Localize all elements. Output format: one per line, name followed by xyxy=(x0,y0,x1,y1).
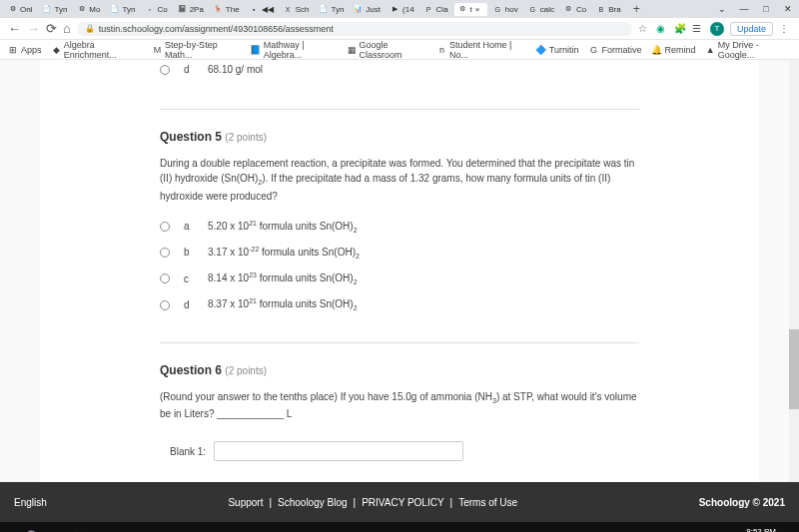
browser-tab[interactable]: ⚙Mo xyxy=(73,3,104,16)
tab-icon: ▫ xyxy=(145,5,154,14)
bookmark-label: Remind xyxy=(665,45,696,55)
browser-tab[interactable]: ▪◀◀ xyxy=(246,3,278,16)
readinglist-icon[interactable]: ☰ xyxy=(692,23,704,35)
bookmark-apps[interactable]: ⊞Apps xyxy=(8,45,42,55)
bookmark-item[interactable]: 📘Mathway | Algebra... xyxy=(251,40,338,60)
option-row[interactable]: b 3.17 x 10-22 formula units Sn(OH)2 xyxy=(160,246,639,260)
taskbar-clock[interactable]: 8:53 PM 5/5/2021 xyxy=(745,528,776,532)
footer-blog[interactable]: Schoology Blog xyxy=(278,497,348,508)
footer-terms[interactable]: Terms of Use xyxy=(458,497,517,508)
browser-tab[interactable]: ⚙Co xyxy=(560,3,590,16)
bookmark-item[interactable]: GFormative xyxy=(589,45,642,55)
url-bar[interactable]: 🔒 tustin.schoology.com/assignment/493010… xyxy=(77,22,632,36)
tab-label: Mo xyxy=(89,5,100,14)
bookmark-item[interactable]: ▲My Drive - Google... xyxy=(706,40,791,60)
apps-icon: ⊞ xyxy=(8,45,18,55)
radio-button[interactable] xyxy=(160,300,170,310)
tab-icon: ▪ xyxy=(250,5,259,14)
bookmark-icon: 🔷 xyxy=(536,45,546,55)
tab-label: ◀◀ xyxy=(262,5,274,14)
new-tab-button[interactable]: + xyxy=(627,2,646,16)
radio-button[interactable] xyxy=(160,222,170,232)
footer-copyright: Schoology © 2021 xyxy=(699,497,785,508)
content-area: d 68.10 g/ mol Question 5 (2 points) Dur… xyxy=(0,60,799,482)
browser-tab[interactable]: 🦌The xyxy=(210,3,244,16)
bookmark-item[interactable]: nStudent Home | No... xyxy=(437,40,526,60)
avatar[interactable]: T xyxy=(710,22,724,36)
bookmark-icon: G xyxy=(589,45,599,55)
option-row[interactable]: c 8.14 x 1023 formula units Sn(OH)2 xyxy=(160,271,639,285)
blank-input[interactable] xyxy=(214,441,463,461)
bookmark-item[interactable]: ◆Algebra Enrichment... xyxy=(52,40,143,60)
browser-tabs: ⚙Onl 📄Tyn ⚙Mo 📄Tyn ▫Co 📓2Pa 🦌The ▪◀◀ XSc… xyxy=(0,0,799,18)
browser-tab[interactable]: 📊Just xyxy=(350,3,385,16)
tab-icon: 🦌 xyxy=(214,5,223,14)
url-text: tustin.schoology.com/assignment/49301086… xyxy=(99,24,334,34)
tab-label: Bra xyxy=(608,5,620,14)
bookmarks-bar: ⊞Apps ◆Algebra Enrichment... MStep-by-St… xyxy=(0,40,799,60)
radio-button[interactable] xyxy=(160,273,170,283)
browser-tab[interactable]: ▶(14 xyxy=(387,3,418,16)
minimize-icon[interactable]: — xyxy=(733,0,755,18)
option-letter: c xyxy=(184,273,194,284)
browser-tab[interactable]: 📄Tyn xyxy=(315,3,348,16)
close-icon[interactable]: × xyxy=(475,5,483,13)
tab-icon: 📄 xyxy=(319,5,328,14)
bookmark-item[interactable]: MStep-by-Step Math... xyxy=(153,40,241,60)
scrollbar[interactable] xyxy=(789,60,799,482)
home-button[interactable]: ⌂ xyxy=(63,21,71,36)
menu-icon[interactable]: ⋮ xyxy=(779,23,791,35)
tab-icon: 📊 xyxy=(354,5,363,14)
question-number: Question 5 xyxy=(160,130,222,144)
footer: English Support| Schoology Blog| PRIVACY… xyxy=(0,482,799,522)
option-row[interactable]: a 5.20 x 1021 formula units Sn(OH)2 xyxy=(160,220,639,234)
bookmark-item[interactable]: 🔔Remind xyxy=(652,45,696,55)
option-row[interactable]: d 68.10 g/ mol xyxy=(160,60,639,79)
option-row[interactable]: d 8.37 x 1021 formula units Sn(OH)2 xyxy=(160,297,639,311)
tab-label: calc xyxy=(540,5,554,14)
tab-label: Tyn xyxy=(54,5,67,14)
close-icon[interactable]: ✕ xyxy=(777,0,799,18)
divider xyxy=(160,342,639,343)
browser-tab[interactable]: Ghov xyxy=(489,3,522,16)
chevron-down-icon[interactable]: ⌄ xyxy=(711,0,733,18)
browser-tab[interactable]: Gcalc xyxy=(524,3,558,16)
blank-label: Blank 1: xyxy=(170,446,206,457)
update-button[interactable]: Update xyxy=(730,22,773,36)
bookmark-icon: n xyxy=(437,45,446,55)
browser-tab[interactable]: 📄Tyn xyxy=(106,3,139,16)
question-points: (2 points) xyxy=(225,132,267,143)
option-text: 3.17 x 10-22 formula units Sn(OH)2 xyxy=(208,246,360,260)
maximize-icon[interactable]: □ xyxy=(755,0,777,18)
forward-button[interactable]: → xyxy=(27,21,40,36)
tab-label: (14 xyxy=(402,5,414,14)
reload-button[interactable]: ⟳ xyxy=(46,21,57,36)
browser-tab-active[interactable]: ⚙t× xyxy=(454,3,487,16)
back-button[interactable]: ← xyxy=(8,21,21,36)
option-letter: d xyxy=(184,299,194,310)
browser-tab[interactable]: 📓2Pa xyxy=(174,3,208,16)
bookmark-item[interactable]: ▦Google Classroom xyxy=(347,40,426,60)
bookmark-label: Step-by-Step Math... xyxy=(165,40,241,60)
footer-language[interactable]: English xyxy=(14,497,47,508)
browser-tab[interactable]: BBra xyxy=(592,3,624,16)
extension-icon[interactable]: ◉ xyxy=(656,23,668,35)
star-icon[interactable]: ☆ xyxy=(638,23,650,35)
browser-tab[interactable]: ⚙Onl xyxy=(4,3,36,16)
browser-tab[interactable]: PCla xyxy=(420,3,452,16)
browser-tab[interactable]: 📄Tyn xyxy=(38,3,71,16)
bookmark-label: My Drive - Google... xyxy=(718,40,791,60)
question-text: During a double replacement reaction, a … xyxy=(160,156,639,204)
scrollbar-thumb[interactable] xyxy=(789,329,799,409)
bookmark-item[interactable]: 🔷Turnitin xyxy=(536,45,579,55)
footer-support[interactable]: Support xyxy=(228,497,263,508)
radio-button[interactable] xyxy=(160,65,170,75)
puzzle-icon[interactable]: 🧩 xyxy=(674,23,686,35)
browser-tab[interactable]: ▫Co xyxy=(141,3,171,16)
tab-icon: 📓 xyxy=(178,5,187,14)
tab-icon: B xyxy=(596,5,605,14)
question-title: Question 6 (2 points) xyxy=(160,363,639,377)
footer-privacy[interactable]: PRIVACY POLICY xyxy=(362,497,443,508)
browser-tab[interactable]: XSch xyxy=(280,3,314,16)
radio-button[interactable] xyxy=(160,248,170,258)
